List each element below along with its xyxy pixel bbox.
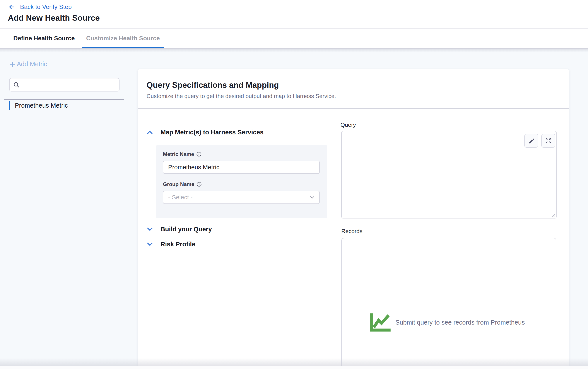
records-label: Records [341, 228, 362, 235]
records-empty-state: Submit query to see records from Prometh… [369, 312, 525, 332]
card-heading: Query Specifications and Mapping [147, 80, 279, 90]
arrow-left-icon [8, 4, 15, 10]
query-editor [341, 131, 556, 219]
line-chart-icon [369, 312, 392, 332]
chevron-down-icon [147, 227, 153, 231]
chevron-up-icon [147, 130, 153, 134]
tab-define-health-source[interactable]: Define Health Source [13, 35, 75, 42]
sidebar-divider [4, 99, 124, 100]
section-risk-profile-toggle[interactable]: Risk Profile [147, 240, 195, 249]
metric-name-label-row: Metric Name [163, 151, 201, 157]
records-panel: Submit query to see records from Prometh… [341, 238, 556, 369]
header-divider [0, 28, 588, 29]
info-icon[interactable] [196, 152, 201, 157]
plus-icon [9, 61, 16, 68]
page-header: Back to Verify Step Add New Health Sourc… [0, 0, 588, 49]
info-icon[interactable] [197, 182, 202, 187]
screen: Back to Verify Step Add New Health Sourc… [0, 0, 588, 369]
group-name-select-placeholder: - Select - [168, 194, 309, 201]
pencil-icon [528, 138, 535, 144]
query-specifications-card: Query Specifications and Mapping Customi… [138, 69, 569, 369]
group-name-select[interactable]: - Select - [163, 191, 320, 204]
metric-search-box [9, 78, 119, 91]
section-build-query-title: Build your Query [160, 226, 212, 233]
selected-item-bar [9, 101, 10, 110]
card-divider [138, 108, 569, 109]
section-map-metrics-toggle[interactable]: Map Metric(s) to Harness Services [147, 128, 263, 137]
active-tab-underline [82, 47, 164, 48]
chevron-down-icon [309, 195, 315, 200]
page-title: Add New Health Source [8, 13, 100, 23]
chevron-down-icon [147, 242, 153, 246]
expand-icon [545, 137, 552, 144]
query-fullscreen-button[interactable] [541, 134, 555, 148]
back-to-verify-step-link[interactable]: Back to Verify Step [8, 2, 72, 12]
metric-name-label: Metric Name [163, 151, 194, 157]
records-empty-message: Submit query to see records from Prometh… [395, 319, 525, 326]
card-subheading: Customize the query to get the desired o… [147, 93, 336, 100]
add-metric-label: Add Metric [17, 60, 47, 68]
metric-name-input[interactable] [163, 161, 320, 174]
tab-customize-health-source[interactable]: Customize Health Source [86, 35, 160, 42]
metric-search-input[interactable] [22, 79, 119, 91]
search-icon [13, 81, 20, 88]
metric-item-label: Prometheus Metric [15, 102, 68, 109]
query-label: Query [340, 121, 356, 128]
map-metrics-form-panel: Metric Name Group Name [156, 145, 327, 218]
tabstrip-shadow [0, 49, 588, 52]
group-name-label-row: Group Name [163, 181, 202, 187]
back-link-label: Back to Verify Step [20, 3, 72, 10]
group-name-label: Group Name [163, 181, 194, 187]
resize-grip-icon[interactable] [550, 212, 556, 217]
query-textarea[interactable] [342, 131, 556, 218]
add-metric-button[interactable]: Add Metric [9, 60, 47, 68]
section-build-query-toggle[interactable]: Build your Query [147, 225, 212, 233]
section-map-metrics-title: Map Metric(s) to Harness Services [160, 129, 263, 136]
query-edit-button[interactable] [524, 134, 538, 148]
section-risk-profile-title: Risk Profile [160, 241, 195, 248]
sidebar-item-prometheus-metric[interactable]: Prometheus Metric [9, 101, 68, 110]
